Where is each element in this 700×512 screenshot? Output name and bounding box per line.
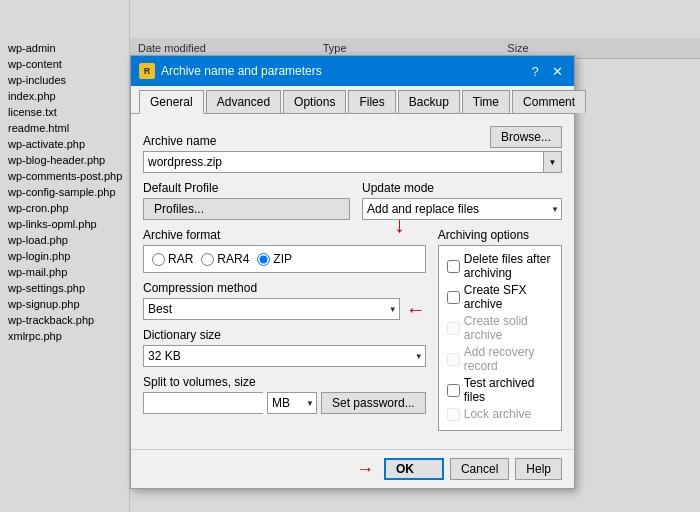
mb-select[interactable]: MB xyxy=(268,393,316,413)
dictionary-label: Dictionary size xyxy=(143,328,426,342)
option-recovery: Add recovery record xyxy=(447,345,553,373)
dictionary-size-group: Dictionary size 32 KB ▼ xyxy=(143,328,426,367)
arrow-left-indicator: ← xyxy=(406,299,426,319)
split-input-wrapper: ▼ xyxy=(143,392,263,414)
option-lock: Lock archive xyxy=(447,407,553,421)
format-rar4-radio[interactable] xyxy=(201,253,214,266)
split-row: ▼ MB ▼ Set password... xyxy=(143,392,426,414)
dialog-titlebar: R Archive name and parameters ? ✕ xyxy=(131,56,574,86)
format-zip-label[interactable]: ZIP xyxy=(257,252,292,266)
help-title-button[interactable]: ? xyxy=(526,62,544,80)
tab-general[interactable]: General xyxy=(139,90,204,114)
default-profile-label: Default Profile xyxy=(143,181,350,195)
format-zip-radio[interactable] xyxy=(257,253,270,266)
left-column: Archive format RAR RAR4 xyxy=(143,228,426,431)
browse-button[interactable]: Browse... xyxy=(490,126,562,148)
compression-label: Compression method xyxy=(143,281,426,295)
red-arrow-ok: → xyxy=(356,459,374,480)
app-icon: R xyxy=(139,63,155,79)
ok-button[interactable]: OK xyxy=(384,458,444,480)
option-recovery-text: Add recovery record xyxy=(464,345,553,373)
format-rar-radio[interactable] xyxy=(152,253,165,266)
profiles-button[interactable]: Profiles... xyxy=(143,198,350,220)
archive-name-group: Archive name Browse... ▼ xyxy=(143,126,562,173)
tab-backup[interactable]: Backup xyxy=(398,90,460,113)
update-mode-label: Update mode xyxy=(362,181,562,195)
dialog-footer: → OK Cancel Help xyxy=(131,449,574,488)
option-solid-check xyxy=(447,322,460,335)
close-button[interactable]: ✕ xyxy=(548,62,566,80)
format-rar4-label[interactable]: RAR4 xyxy=(201,252,249,266)
format-rar4-text: RAR4 xyxy=(217,252,249,266)
update-mode-group: Update mode Add and replace files ▼ xyxy=(362,181,562,220)
option-sfx-text: Create SFX archive xyxy=(464,283,553,311)
compression-row: Best ▼ ← xyxy=(143,298,426,320)
dialog-body: Archive name Browse... ▼ Default Profile… xyxy=(131,114,574,449)
footer-buttons: → OK Cancel Help xyxy=(356,458,562,480)
option-solid: Create solid archive xyxy=(447,314,553,342)
option-test[interactable]: Test archived files xyxy=(447,376,553,404)
archive-name-label: Archive name xyxy=(143,134,216,148)
profile-update-row: Default Profile Profiles... Update mode … xyxy=(143,181,562,220)
tab-advanced[interactable]: Advanced xyxy=(206,90,281,113)
compression-wrapper: Best ▼ xyxy=(143,298,400,320)
dictionary-select[interactable]: 32 KB xyxy=(144,346,425,366)
tab-comment[interactable]: Comment xyxy=(512,90,586,113)
option-delete[interactable]: Delete files after archiving xyxy=(447,252,553,280)
option-delete-text: Delete files after archiving xyxy=(464,252,553,280)
archive-name-wrapper: ▼ xyxy=(143,151,562,173)
archive-name-input[interactable] xyxy=(144,152,543,172)
tab-time[interactable]: Time xyxy=(462,90,510,113)
option-sfx[interactable]: Create SFX archive xyxy=(447,283,553,311)
tab-bar: General Advanced Options Files Backup Ti… xyxy=(131,86,574,114)
cancel-button[interactable]: Cancel xyxy=(450,458,509,480)
archive-name-dropdown[interactable]: ▼ xyxy=(543,152,561,172)
options-checkboxes: Delete files after archiving Create SFX … xyxy=(438,245,562,431)
set-password-button[interactable]: Set password... xyxy=(321,392,426,414)
update-mode-wrapper: Add and replace files ▼ xyxy=(362,198,562,220)
help-button[interactable]: Help xyxy=(515,458,562,480)
option-test-text: Test archived files xyxy=(464,376,553,404)
archive-format-label: Archive format xyxy=(143,228,426,242)
tab-options[interactable]: Options xyxy=(283,90,346,113)
compression-select[interactable]: Best xyxy=(144,299,399,319)
option-test-check[interactable] xyxy=(447,384,460,397)
option-lock-check xyxy=(447,408,460,421)
dictionary-wrapper: 32 KB ▼ xyxy=(143,345,426,367)
mb-wrapper: MB ▼ xyxy=(267,392,317,414)
option-solid-text: Create solid archive xyxy=(464,314,553,342)
archive-format-radio-group: RAR RAR4 ZIP xyxy=(143,245,426,273)
format-options-row: Archive format RAR RAR4 xyxy=(143,228,562,431)
compression-method-group: Compression method Best ▼ ← xyxy=(143,281,426,320)
update-mode-select[interactable]: Add and replace files xyxy=(363,199,561,219)
tab-files[interactable]: Files xyxy=(348,90,395,113)
format-radio-row: RAR RAR4 ZIP xyxy=(152,252,417,266)
format-rar-text: RAR xyxy=(168,252,193,266)
dialog-title: Archive name and parameters xyxy=(161,64,322,78)
archive-format-group: Archive format RAR RAR4 xyxy=(143,228,426,273)
format-zip-text: ZIP xyxy=(273,252,292,266)
format-rar-label[interactable]: RAR xyxy=(152,252,193,266)
archiving-options-label: Archiving options xyxy=(438,228,562,242)
option-delete-check[interactable] xyxy=(447,260,460,273)
title-buttons: ? ✕ xyxy=(526,62,566,80)
default-profile-group: Default Profile Profiles... xyxy=(143,181,350,220)
titlebar-left: R Archive name and parameters xyxy=(139,63,322,79)
option-recovery-check xyxy=(447,353,460,366)
split-label: Split to volumes, size xyxy=(143,375,426,389)
split-group: Split to volumes, size ▼ MB ▼ Set pa xyxy=(143,375,426,414)
archiving-options-group: Archiving options Delete files after arc… xyxy=(438,228,562,431)
option-lock-text: Lock archive xyxy=(464,407,531,421)
option-sfx-check[interactable] xyxy=(447,291,460,304)
archive-dialog: R Archive name and parameters ? ✕ Genera… xyxy=(130,55,575,489)
